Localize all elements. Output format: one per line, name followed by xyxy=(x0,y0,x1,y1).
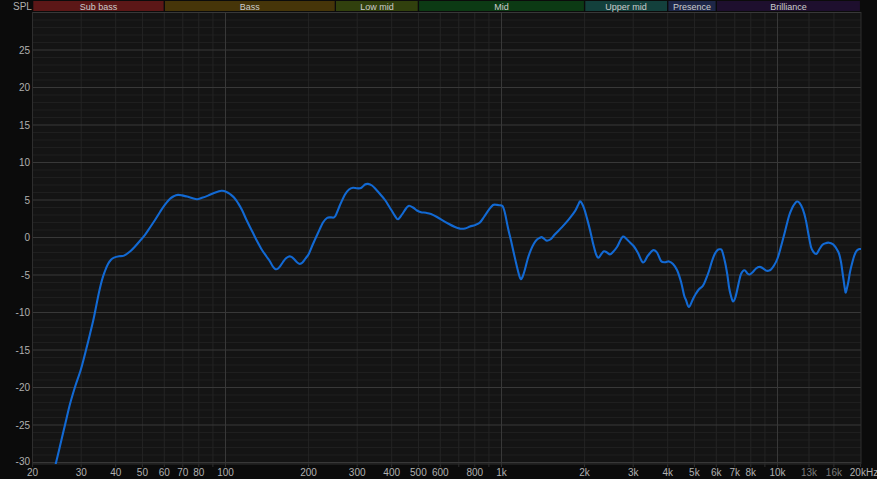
svg-text:2k: 2k xyxy=(579,467,591,478)
svg-text:5k: 5k xyxy=(689,467,701,478)
svg-text:-10: -10 xyxy=(16,307,31,318)
svg-text:500: 500 xyxy=(410,467,427,478)
svg-text:Mid: Mid xyxy=(494,2,509,12)
svg-text:20: 20 xyxy=(27,467,39,478)
svg-text:7k: 7k xyxy=(730,467,742,478)
svg-text:30: 30 xyxy=(76,467,88,478)
svg-text:-5: -5 xyxy=(21,270,30,281)
svg-text:13k: 13k xyxy=(801,467,818,478)
svg-text:4k: 4k xyxy=(662,467,674,478)
svg-text:Low mid: Low mid xyxy=(360,2,394,12)
svg-text:SPL: SPL xyxy=(13,1,32,12)
svg-text:3k: 3k xyxy=(628,467,640,478)
svg-text:-15: -15 xyxy=(16,345,31,356)
svg-text:800: 800 xyxy=(466,467,483,478)
svg-text:6k: 6k xyxy=(711,467,723,478)
svg-text:50: 50 xyxy=(137,467,149,478)
svg-text:Presence: Presence xyxy=(673,2,711,12)
svg-text:100: 100 xyxy=(217,467,234,478)
svg-text:8k: 8k xyxy=(746,467,758,478)
svg-text:40: 40 xyxy=(110,467,122,478)
svg-text:15: 15 xyxy=(19,120,31,131)
svg-text:20kHz: 20kHz xyxy=(850,467,877,478)
svg-text:5: 5 xyxy=(24,195,30,206)
svg-text:10k: 10k xyxy=(769,467,786,478)
svg-text:-20: -20 xyxy=(16,382,31,393)
svg-text:200: 200 xyxy=(300,467,317,478)
svg-text:300: 300 xyxy=(349,467,366,478)
svg-text:10: 10 xyxy=(19,157,31,168)
svg-text:70: 70 xyxy=(177,467,189,478)
svg-text:Brilliance: Brilliance xyxy=(770,2,807,12)
svg-text:1k: 1k xyxy=(496,467,508,478)
svg-text:25: 25 xyxy=(19,45,31,56)
svg-text:-30: -30 xyxy=(16,456,31,467)
svg-text:60: 60 xyxy=(159,467,171,478)
svg-text:Upper mid: Upper mid xyxy=(605,2,647,12)
svg-text:20: 20 xyxy=(19,82,31,93)
svg-text:16k: 16k xyxy=(826,467,843,478)
svg-text:Sub bass: Sub bass xyxy=(80,2,118,12)
svg-text:400: 400 xyxy=(383,467,400,478)
svg-text:-25: -25 xyxy=(16,420,31,431)
svg-text:Bass: Bass xyxy=(240,2,261,12)
svg-text:80: 80 xyxy=(193,467,205,478)
svg-text:600: 600 xyxy=(432,467,449,478)
svg-text:0: 0 xyxy=(24,232,30,243)
